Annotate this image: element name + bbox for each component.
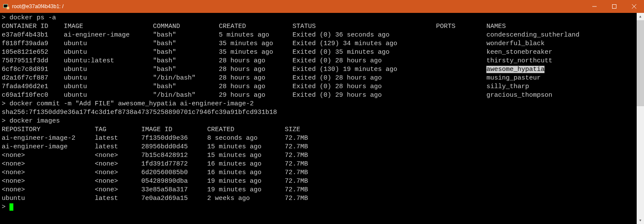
cursor [9, 203, 13, 211]
maximize-button[interactable] [604, 0, 624, 13]
scrollbar-down-button[interactable]: ▼ [637, 217, 644, 224]
window-titlebar[interactable]: root@e37a0f4b43b1: / [0, 0, 644, 13]
vertical-scrollbar[interactable]: ▲ ▼ [637, 13, 644, 224]
window-title: root@e37a0f4b43b1: / [12, 3, 64, 9]
putty-icon [3, 3, 9, 10]
window-controls [585, 0, 644, 13]
svg-rect-2 [7, 7, 9, 9]
terminal-output[interactable]: > docker ps -aCONTAINER ID IMAGE COMMAND… [0, 13, 637, 224]
scrollbar-thumb[interactable] [637, 20, 644, 106]
scrollbar-up-button[interactable]: ▲ [637, 13, 644, 20]
minimize-button[interactable] [585, 0, 604, 13]
svg-rect-4 [613, 5, 616, 9]
close-button[interactable] [624, 0, 644, 13]
